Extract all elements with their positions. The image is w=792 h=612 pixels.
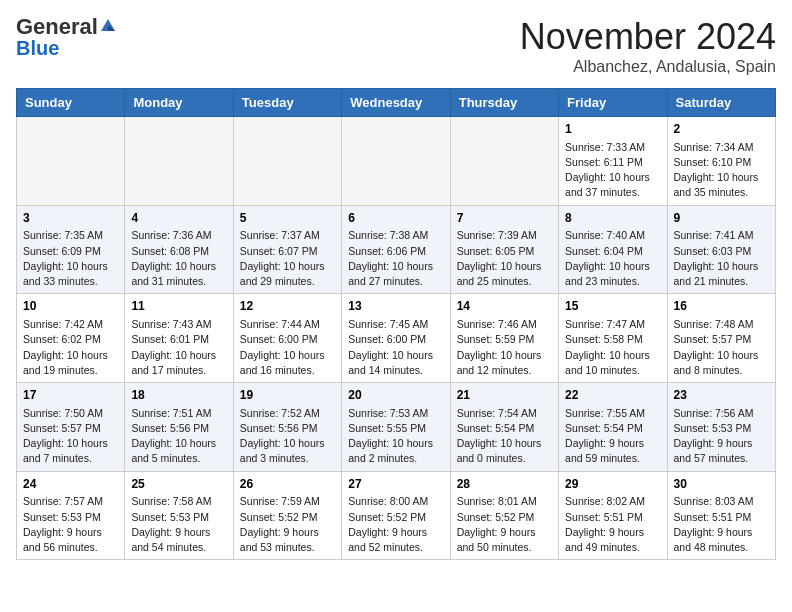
day-number: 15 [565,298,660,315]
calendar-header-tuesday: Tuesday [233,89,341,117]
calendar-header-sunday: Sunday [17,89,125,117]
day-info: Sunrise: 7:45 AMSunset: 6:00 PMDaylight:… [348,317,443,378]
calendar-day-cell: 9Sunrise: 7:41 AMSunset: 6:03 PMDaylight… [667,205,775,294]
day-number: 29 [565,476,660,493]
day-info: Sunrise: 7:38 AMSunset: 6:06 PMDaylight:… [348,228,443,289]
calendar-day-cell [342,117,450,206]
day-info: Sunrise: 7:54 AMSunset: 5:54 PMDaylight:… [457,406,552,467]
day-number: 6 [348,210,443,227]
day-info: Sunrise: 7:37 AMSunset: 6:07 PMDaylight:… [240,228,335,289]
calendar-day-cell: 2Sunrise: 7:34 AMSunset: 6:10 PMDaylight… [667,117,775,206]
day-info: Sunrise: 7:40 AMSunset: 6:04 PMDaylight:… [565,228,660,289]
day-number: 7 [457,210,552,227]
calendar-day-cell: 24Sunrise: 7:57 AMSunset: 5:53 PMDayligh… [17,471,125,560]
day-info: Sunrise: 7:52 AMSunset: 5:56 PMDaylight:… [240,406,335,467]
day-number: 2 [674,121,769,138]
day-number: 12 [240,298,335,315]
day-number: 10 [23,298,118,315]
day-info: Sunrise: 7:55 AMSunset: 5:54 PMDaylight:… [565,406,660,467]
calendar-day-cell: 18Sunrise: 7:51 AMSunset: 5:56 PMDayligh… [125,383,233,472]
day-info: Sunrise: 7:57 AMSunset: 5:53 PMDaylight:… [23,494,118,555]
calendar-day-cell: 14Sunrise: 7:46 AMSunset: 5:59 PMDayligh… [450,294,558,383]
day-info: Sunrise: 7:56 AMSunset: 5:53 PMDaylight:… [674,406,769,467]
title-area: November 2024 Albanchez, Andalusia, Spai… [520,16,776,76]
calendar-table: SundayMondayTuesdayWednesdayThursdayFrid… [16,88,776,560]
day-number: 11 [131,298,226,315]
day-number: 14 [457,298,552,315]
calendar-day-cell: 21Sunrise: 7:54 AMSunset: 5:54 PMDayligh… [450,383,558,472]
calendar-week-row: 24Sunrise: 7:57 AMSunset: 5:53 PMDayligh… [17,471,776,560]
day-info: Sunrise: 8:03 AMSunset: 5:51 PMDaylight:… [674,494,769,555]
day-number: 28 [457,476,552,493]
day-info: Sunrise: 7:59 AMSunset: 5:52 PMDaylight:… [240,494,335,555]
day-info: Sunrise: 7:46 AMSunset: 5:59 PMDaylight:… [457,317,552,378]
calendar-week-row: 3Sunrise: 7:35 AMSunset: 6:09 PMDaylight… [17,205,776,294]
day-number: 5 [240,210,335,227]
day-info: Sunrise: 8:00 AMSunset: 5:52 PMDaylight:… [348,494,443,555]
page-header: General Blue November 2024 Albanchez, An… [16,16,776,76]
calendar-day-cell: 30Sunrise: 8:03 AMSunset: 5:51 PMDayligh… [667,471,775,560]
day-info: Sunrise: 7:36 AMSunset: 6:08 PMDaylight:… [131,228,226,289]
day-number: 30 [674,476,769,493]
day-info: Sunrise: 7:53 AMSunset: 5:55 PMDaylight:… [348,406,443,467]
day-info: Sunrise: 7:50 AMSunset: 5:57 PMDaylight:… [23,406,118,467]
day-number: 17 [23,387,118,404]
day-number: 13 [348,298,443,315]
calendar-day-cell: 3Sunrise: 7:35 AMSunset: 6:09 PMDaylight… [17,205,125,294]
calendar-day-cell: 26Sunrise: 7:59 AMSunset: 5:52 PMDayligh… [233,471,341,560]
day-info: Sunrise: 7:58 AMSunset: 5:53 PMDaylight:… [131,494,226,555]
calendar-day-cell: 20Sunrise: 7:53 AMSunset: 5:55 PMDayligh… [342,383,450,472]
calendar-header-wednesday: Wednesday [342,89,450,117]
day-number: 21 [457,387,552,404]
day-info: Sunrise: 7:35 AMSunset: 6:09 PMDaylight:… [23,228,118,289]
calendar-day-cell: 5Sunrise: 7:37 AMSunset: 6:07 PMDaylight… [233,205,341,294]
day-number: 27 [348,476,443,493]
calendar-day-cell: 8Sunrise: 7:40 AMSunset: 6:04 PMDaylight… [559,205,667,294]
calendar-day-cell: 23Sunrise: 7:56 AMSunset: 5:53 PMDayligh… [667,383,775,472]
calendar-day-cell: 1Sunrise: 7:33 AMSunset: 6:11 PMDaylight… [559,117,667,206]
day-info: Sunrise: 8:01 AMSunset: 5:52 PMDaylight:… [457,494,552,555]
day-number: 1 [565,121,660,138]
day-info: Sunrise: 7:33 AMSunset: 6:11 PMDaylight:… [565,140,660,201]
calendar-day-cell: 11Sunrise: 7:43 AMSunset: 6:01 PMDayligh… [125,294,233,383]
calendar-day-cell: 13Sunrise: 7:45 AMSunset: 6:00 PMDayligh… [342,294,450,383]
calendar-day-cell [17,117,125,206]
day-number: 23 [674,387,769,404]
calendar-header-friday: Friday [559,89,667,117]
calendar-day-cell: 12Sunrise: 7:44 AMSunset: 6:00 PMDayligh… [233,294,341,383]
calendar-week-row: 17Sunrise: 7:50 AMSunset: 5:57 PMDayligh… [17,383,776,472]
calendar-day-cell: 17Sunrise: 7:50 AMSunset: 5:57 PMDayligh… [17,383,125,472]
calendar-day-cell: 7Sunrise: 7:39 AMSunset: 6:05 PMDaylight… [450,205,558,294]
calendar-day-cell: 19Sunrise: 7:52 AMSunset: 5:56 PMDayligh… [233,383,341,472]
calendar-day-cell [233,117,341,206]
day-info: Sunrise: 7:47 AMSunset: 5:58 PMDaylight:… [565,317,660,378]
calendar-day-cell [125,117,233,206]
calendar-day-cell: 6Sunrise: 7:38 AMSunset: 6:06 PMDaylight… [342,205,450,294]
month-title: November 2024 [520,16,776,58]
day-number: 8 [565,210,660,227]
calendar-day-cell: 15Sunrise: 7:47 AMSunset: 5:58 PMDayligh… [559,294,667,383]
day-number: 4 [131,210,226,227]
day-info: Sunrise: 7:51 AMSunset: 5:56 PMDaylight:… [131,406,226,467]
location: Albanchez, Andalusia, Spain [520,58,776,76]
day-number: 20 [348,387,443,404]
day-number: 26 [240,476,335,493]
day-number: 25 [131,476,226,493]
logo-general: General [16,16,98,38]
day-info: Sunrise: 7:39 AMSunset: 6:05 PMDaylight:… [457,228,552,289]
logo: General Blue [16,16,117,58]
calendar-day-cell: 16Sunrise: 7:48 AMSunset: 5:57 PMDayligh… [667,294,775,383]
logo-blue: Blue [16,38,59,58]
calendar-week-row: 10Sunrise: 7:42 AMSunset: 6:02 PMDayligh… [17,294,776,383]
day-number: 16 [674,298,769,315]
day-info: Sunrise: 7:41 AMSunset: 6:03 PMDaylight:… [674,228,769,289]
day-number: 9 [674,210,769,227]
calendar-header-thursday: Thursday [450,89,558,117]
day-info: Sunrise: 8:02 AMSunset: 5:51 PMDaylight:… [565,494,660,555]
day-number: 24 [23,476,118,493]
day-number: 3 [23,210,118,227]
calendar-week-row: 1Sunrise: 7:33 AMSunset: 6:11 PMDaylight… [17,117,776,206]
calendar-day-cell: 10Sunrise: 7:42 AMSunset: 6:02 PMDayligh… [17,294,125,383]
day-info: Sunrise: 7:43 AMSunset: 6:01 PMDaylight:… [131,317,226,378]
calendar-day-cell: 22Sunrise: 7:55 AMSunset: 5:54 PMDayligh… [559,383,667,472]
